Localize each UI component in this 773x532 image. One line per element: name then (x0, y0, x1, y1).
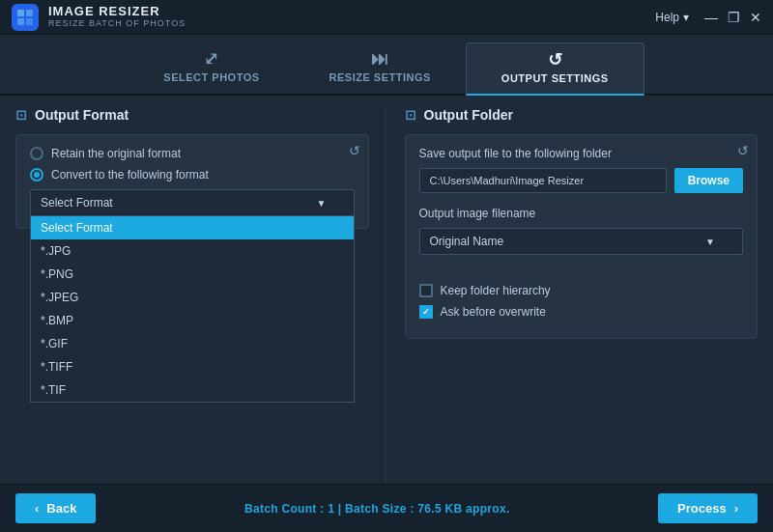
keep-hierarchy-checkbox[interactable] (419, 284, 433, 297)
restore-button[interactable]: ❐ (728, 11, 740, 24)
retain-format-label: Retain the original format (51, 147, 181, 160)
output-format-icon: ⊡ (15, 107, 27, 123)
svg-rect-2 (17, 18, 24, 25)
output-folder-box: ↺ Save output file to the following fold… (405, 134, 759, 339)
format-option-tiff[interactable]: *.TIFF (31, 355, 354, 378)
output-folder-title: ⊡ Output Folder (405, 107, 759, 123)
save-folder-label: Save output file to the following folder (419, 147, 744, 160)
retain-format-radio[interactable] (30, 147, 43, 160)
app-subtitle: RESIZE BATCH OF PHOTOS (48, 19, 186, 29)
app-name: IMAGE RESIZER (48, 5, 186, 18)
filename-dropdown-arrow: ▼ (705, 237, 715, 247)
format-dropdown-list: Select Format *.JPG *.PNG *.JPEG *.BMP *… (30, 216, 355, 403)
svg-rect-1 (26, 10, 33, 16)
output-format-label: Output Format (35, 107, 129, 123)
batch-info: Batch Count : 1 | Batch Size : 76.5 KB a… (244, 502, 510, 516)
convert-format-radio[interactable] (30, 168, 43, 182)
title-bar-left: IMAGE RESIZER RESIZE BATCH OF PHOTOS (12, 4, 186, 31)
svg-rect-3 (26, 18, 33, 25)
format-dropdown-container: Select Format ▼ Select Format *.JPG *.PN… (30, 189, 355, 216)
title-bar: IMAGE RESIZER RESIZE BATCH OF PHOTOS Hel… (0, 0, 773, 35)
tab-select-photos[interactable]: ⤢ SELECT PHOTOS (129, 42, 294, 94)
app-title: IMAGE RESIZER RESIZE BATCH OF PHOTOS (48, 5, 186, 28)
filename-dropdown[interactable]: Original Name ▼ (419, 228, 744, 255)
convert-format-option[interactable]: Convert to the following format (30, 168, 355, 182)
filename-dropdown-container: Original Name ▼ (419, 228, 744, 255)
process-button[interactable]: Process › (658, 493, 758, 523)
format-option-png[interactable]: *.PNG (31, 263, 354, 286)
folder-row: Browse (419, 168, 744, 193)
output-folder-reset-button[interactable]: ↺ (737, 143, 749, 158)
batch-count-label: Batch Count : (244, 502, 325, 516)
ask-overwrite-row[interactable]: Ask before overwrite (419, 305, 744, 319)
title-bar-right: Help ▾ — ❐ ✕ (655, 11, 761, 24)
minimize-button[interactable]: — (704, 11, 718, 24)
retain-format-option[interactable]: Retain the original format (30, 147, 355, 160)
batch-size-label: Batch Size : (345, 502, 415, 516)
ask-overwrite-label: Ask before overwrite (441, 305, 546, 319)
format-option-tif[interactable]: *.TIF (31, 378, 354, 402)
batch-size-value: 76.5 KB approx. (417, 502, 509, 516)
filename-label: Output image filename (419, 207, 744, 220)
format-dropdown-value: Select Format (41, 196, 113, 210)
format-option-jpg[interactable]: *.JPG (31, 239, 354, 263)
bottom-bar: ‹ Back Batch Count : 1 | Batch Size : 76… (0, 484, 773, 532)
tabs-area: ⤢ SELECT PHOTOS ⏭ RESIZE SETTINGS ↺ OUTP… (0, 35, 773, 96)
process-label: Process (677, 501, 727, 516)
app-icon (12, 4, 39, 31)
process-arrow-icon: › (734, 501, 738, 516)
format-dropdown-arrow: ▼ (317, 198, 327, 209)
format-dropdown[interactable]: Select Format ▼ (30, 189, 355, 216)
keep-hierarchy-label: Keep folder hierarchy (441, 284, 551, 297)
right-panel: ⊡ Output Folder ↺ Save output file to th… (386, 107, 759, 499)
tab-resize-settings-label: RESIZE SETTINGS (329, 71, 431, 83)
output-folder-label: Output Folder (424, 107, 514, 123)
select-photos-icon: ⤢ (204, 50, 219, 68)
format-option-jpeg[interactable]: *.JPEG (31, 286, 354, 309)
format-option-bmp[interactable]: *.BMP (31, 309, 354, 332)
tab-select-photos-label: SELECT PHOTOS (163, 71, 259, 83)
resize-settings-icon: ⏭ (371, 50, 389, 68)
help-button[interactable]: Help ▾ (655, 11, 689, 24)
output-format-reset-button[interactable]: ↺ (349, 143, 360, 158)
back-arrow-icon: ‹ (35, 501, 39, 516)
back-label: Back (46, 501, 76, 516)
format-option-gif[interactable]: *.GIF (31, 332, 354, 355)
output-settings-icon: ↺ (548, 51, 563, 69)
output-folder-icon: ⊡ (405, 107, 416, 123)
output-format-box: ↺ Retain the original format Convert to … (15, 134, 369, 229)
tab-output-settings-label: OUTPUT SETTINGS (501, 72, 609, 84)
folder-path-input[interactable] (419, 168, 667, 193)
batch-count-value: 1 (328, 502, 334, 516)
window-controls: — ❐ ✕ (704, 11, 761, 24)
svg-rect-0 (17, 10, 24, 16)
tab-resize-settings[interactable]: ⏭ RESIZE SETTINGS (295, 42, 466, 94)
format-option-select[interactable]: Select Format (31, 216, 354, 239)
filename-dropdown-value: Original Name (430, 235, 504, 248)
back-button[interactable]: ‹ Back (15, 493, 96, 523)
keep-hierarchy-row[interactable]: Keep folder hierarchy (419, 284, 744, 297)
chevron-down-icon: ▾ (683, 11, 689, 24)
ask-overwrite-checkbox[interactable] (419, 305, 433, 319)
close-button[interactable]: ✕ (750, 11, 761, 24)
browse-button[interactable]: Browse (674, 168, 743, 193)
tab-output-settings[interactable]: ↺ OUTPUT SETTINGS (466, 42, 644, 96)
main-content: ⊡ Output Format ↺ Retain the original fo… (0, 96, 773, 511)
left-panel: ⊡ Output Format ↺ Retain the original fo… (15, 107, 386, 499)
output-format-title: ⊡ Output Format (15, 107, 369, 123)
convert-format-label: Convert to the following format (51, 168, 209, 182)
batch-separator: | (338, 502, 345, 516)
